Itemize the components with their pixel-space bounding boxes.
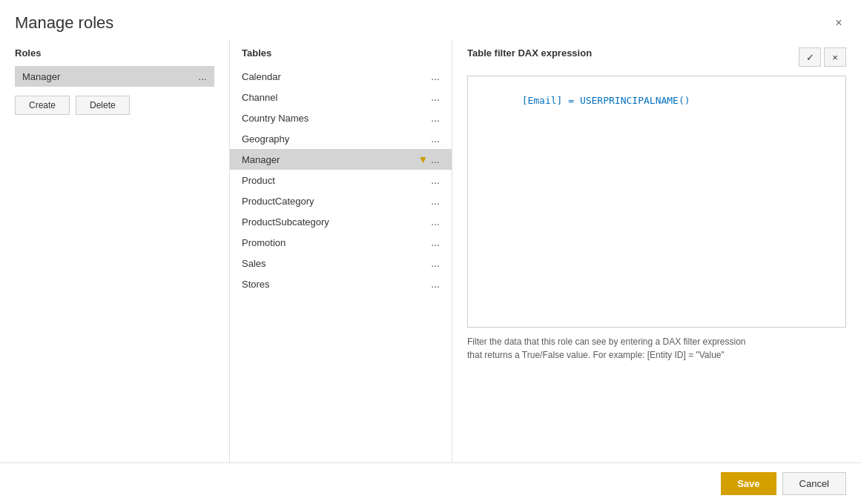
tables-list: Calendar ... Channel ... Country Names .… bbox=[230, 66, 452, 294]
table-item-label: Geography bbox=[242, 133, 289, 145]
table-item-more[interactable]: ... bbox=[431, 70, 440, 82]
table-item-manager[interactable]: Manager ▼ ... bbox=[230, 149, 452, 170]
roles-section-title: Roles bbox=[15, 47, 214, 59]
table-item-product[interactable]: Product ... bbox=[230, 170, 452, 190]
table-item-sales[interactable]: Sales ... bbox=[230, 253, 452, 273]
table-item-calendar[interactable]: Calendar ... bbox=[230, 66, 452, 87]
cancel-button[interactable]: Cancel bbox=[782, 472, 846, 495]
dax-cancel-button[interactable]: × bbox=[824, 47, 846, 67]
table-item-label: Sales bbox=[242, 258, 266, 269]
table-item-more[interactable]: ... bbox=[431, 153, 440, 165]
table-item-productsubcategory[interactable]: ProductSubcategory ... bbox=[230, 211, 452, 232]
tables-panel: Tables Calendar ... Channel ... Country … bbox=[230, 40, 452, 462]
table-item-label: Channel bbox=[242, 92, 277, 103]
table-item-country-names[interactable]: Country Names ... bbox=[230, 107, 452, 128]
table-item-channel[interactable]: Channel ... bbox=[230, 87, 452, 107]
role-item-manager[interactable]: Manager ... bbox=[15, 66, 214, 87]
dax-hint-line1: Filter the data that this role can see b… bbox=[467, 336, 746, 347]
dax-confirm-button[interactable]: ✓ bbox=[799, 47, 821, 67]
table-item-more[interactable]: ... bbox=[431, 236, 440, 248]
roles-panel: Roles Manager ... Create Delete bbox=[0, 40, 230, 462]
dialog-title: Manage roles bbox=[15, 13, 113, 33]
manage-roles-dialog: Manage roles × Roles Manager ... Create … bbox=[0, 0, 861, 504]
dax-panel: Table filter DAX expression ✓ × [Email] … bbox=[452, 40, 861, 462]
role-item-more[interactable]: ... bbox=[198, 70, 207, 82]
table-item-label: ProductSubcategory bbox=[242, 216, 329, 228]
dax-header: Table filter DAX expression ✓ × bbox=[467, 47, 846, 71]
table-item-more[interactable]: ... bbox=[431, 278, 440, 290]
table-item-label: Country Names bbox=[242, 113, 309, 124]
main-content: Roles Manager ... Create Delete Tables C… bbox=[0, 40, 861, 462]
table-item-more[interactable]: ... bbox=[431, 195, 440, 207]
table-item-label: Stores bbox=[242, 279, 270, 290]
roles-button-row: Create Delete bbox=[15, 96, 214, 115]
filter-icon: ▼ bbox=[418, 153, 428, 165]
tables-section-title: Tables bbox=[230, 47, 452, 59]
table-item-label: Calendar bbox=[242, 71, 281, 82]
dax-hint: Filter the data that this role can see b… bbox=[467, 335, 846, 362]
dax-expression-text: [Email] = USERPRINCIPALNAME() bbox=[522, 95, 690, 106]
table-item-label: Manager bbox=[242, 154, 280, 165]
table-item-left: Manager bbox=[242, 154, 280, 165]
table-item-more[interactable]: ... bbox=[431, 257, 440, 269]
table-item-more[interactable]: ... bbox=[431, 216, 440, 228]
table-item-productcategory[interactable]: ProductCategory ... bbox=[230, 190, 452, 211]
dax-expression-editor[interactable]: [Email] = USERPRINCIPALNAME() bbox=[467, 76, 846, 328]
dax-toolbar: ✓ × bbox=[799, 47, 846, 67]
table-item-geography[interactable]: Geography ... bbox=[230, 128, 452, 149]
table-item-stores[interactable]: Stores ... bbox=[230, 273, 452, 294]
table-item-label: Product bbox=[242, 175, 275, 186]
dax-hint-line2: that returns a True/False value. For exa… bbox=[467, 350, 725, 360]
dialog-footer: Save Cancel bbox=[0, 462, 861, 504]
create-role-button[interactable]: Create bbox=[15, 96, 70, 115]
table-item-more[interactable]: ... bbox=[431, 91, 440, 103]
table-item-promotion[interactable]: Promotion ... bbox=[230, 232, 452, 253]
delete-role-button[interactable]: Delete bbox=[76, 96, 130, 115]
table-item-more[interactable]: ... bbox=[431, 174, 440, 186]
table-item-label: Promotion bbox=[242, 237, 286, 248]
dax-section-title: Table filter DAX expression bbox=[467, 47, 592, 59]
table-item-more[interactable]: ... bbox=[431, 133, 440, 145]
close-button[interactable]: × bbox=[831, 16, 846, 30]
title-bar: Manage roles × bbox=[0, 0, 861, 40]
table-item-more[interactable]: ... bbox=[431, 112, 440, 124]
role-item-label: Manager bbox=[22, 71, 60, 82]
table-item-label: ProductCategory bbox=[242, 196, 314, 207]
save-button[interactable]: Save bbox=[721, 472, 776, 495]
